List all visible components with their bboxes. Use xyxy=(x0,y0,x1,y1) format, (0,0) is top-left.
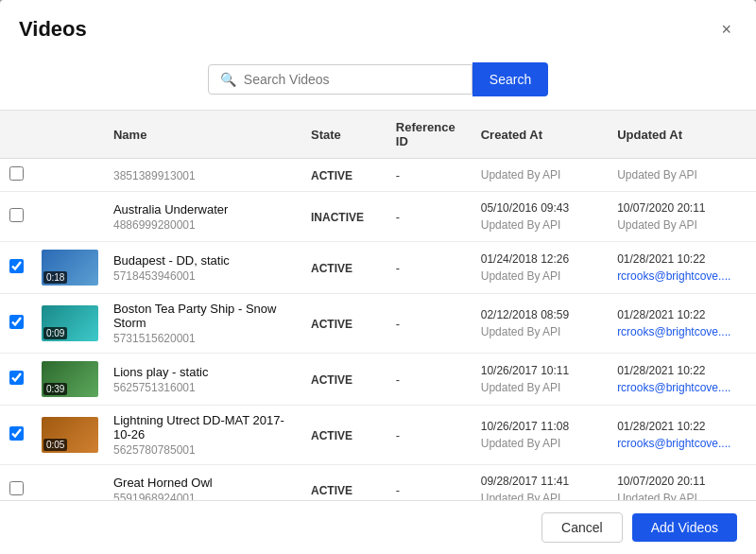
table-row: 3851389913001ACTIVE-Updated By APIUpdate… xyxy=(0,159,756,192)
row-state-cell: ACTIVE xyxy=(303,354,388,406)
table-container: Name State Reference ID Created At Updat… xyxy=(0,110,756,500)
row-updated-cell: 10/07/2020 20:11Updated By API xyxy=(610,192,756,242)
row-checkbox-cell xyxy=(0,294,34,354)
row-checkbox[interactable] xyxy=(9,208,24,222)
row-created-cell: 09/28/2017 11:41Updated By API xyxy=(473,465,610,501)
video-id: 5625780785001 xyxy=(113,443,296,457)
created-by: Updated By API xyxy=(481,166,602,183)
thumbnail-duration: 0:39 xyxy=(43,383,67,395)
updated-by: rcrooks@brightcove.... xyxy=(617,379,748,396)
row-state-cell: ACTIVE xyxy=(303,294,388,354)
video-name: Lions play - static xyxy=(113,365,296,379)
updated-by: Updated By API xyxy=(617,490,748,500)
modal-title: Videos xyxy=(19,17,87,42)
thumbnail-wrapper: 0:39 xyxy=(42,361,98,397)
row-ref-cell: - xyxy=(388,406,473,465)
created-by: Updated By API xyxy=(481,323,602,340)
created-by: Updated By API xyxy=(481,216,602,234)
state-badge: ACTIVE xyxy=(311,484,352,497)
created-date: 10/26/2017 11:08 xyxy=(481,418,602,435)
row-checkbox[interactable] xyxy=(9,166,24,181)
updated-by: rcrooks@brightcove.... xyxy=(617,435,748,452)
col-checkbox xyxy=(0,111,34,159)
row-state-cell: ACTIVE xyxy=(303,159,388,192)
row-created-cell: 10/26/2017 11:08Updated By API xyxy=(473,406,610,465)
thumbnail-wrapper: 0:05 xyxy=(42,417,98,453)
row-checkbox-cell xyxy=(0,465,34,501)
video-name: Great Horned Owl xyxy=(113,476,296,490)
row-thumbnail-cell xyxy=(34,159,106,192)
row-updated-cell: 10/07/2020 20:11Updated By API xyxy=(610,465,756,501)
search-icon: 🔍 xyxy=(220,72,236,87)
row-created-cell: Updated By API xyxy=(473,159,610,192)
cancel-button[interactable]: Cancel xyxy=(541,512,623,543)
row-checkbox[interactable] xyxy=(9,315,24,329)
video-id: 5625751316001 xyxy=(113,381,296,394)
table-row: 0:05Lightning Utrect DD-MAT 2017-10-2656… xyxy=(0,406,756,465)
created-date: 09/28/2017 11:41 xyxy=(481,473,602,490)
updated-by: rcrooks@brightcove.... xyxy=(617,268,748,285)
col-name-header: Name xyxy=(106,111,303,159)
row-checkbox[interactable] xyxy=(9,371,24,385)
video-name: Budapest - DD, static xyxy=(113,253,296,268)
row-thumbnail-cell: 0:05 xyxy=(34,406,106,465)
row-checkbox-cell xyxy=(0,354,34,406)
row-checkbox[interactable] xyxy=(9,481,24,495)
videos-table: Name State Reference ID Created At Updat… xyxy=(0,111,756,500)
table-row: 0:09Boston Tea Party Ship - Snow Storm57… xyxy=(0,294,756,354)
row-checkbox-cell xyxy=(0,159,34,192)
created-by: Updated By API xyxy=(481,379,602,396)
row-created-cell: 01/24/2018 12:26Updated By API xyxy=(473,242,610,294)
row-name-cell: Australia Underwater4886999280001 xyxy=(106,192,303,242)
row-thumbnail-cell xyxy=(34,192,106,242)
row-checkbox-cell xyxy=(0,406,34,465)
row-thumbnail-cell: 0:09 xyxy=(34,294,106,354)
updated-date: 10/07/2020 20:11 xyxy=(617,473,748,490)
updated-by: rcrooks@brightcove.... xyxy=(617,323,748,340)
row-updated-cell: 01/28/2021 10:22rcrooks@brightcove.... xyxy=(610,406,756,465)
state-badge: ACTIVE xyxy=(311,429,352,442)
search-button[interactable]: Search xyxy=(472,62,548,96)
thumbnail-duration: 0:05 xyxy=(43,439,67,451)
row-name-cell: Lightning Utrect DD-MAT 2017-10-26562578… xyxy=(106,406,303,465)
search-input[interactable] xyxy=(244,72,460,87)
row-name-cell: Great Horned Owl5591968924001 xyxy=(106,465,303,501)
close-button[interactable]: × xyxy=(715,18,737,42)
row-name-cell: Boston Tea Party Ship - Snow Storm573151… xyxy=(106,294,303,354)
thumbnail-duration: 0:09 xyxy=(43,327,67,339)
row-ref-cell: - xyxy=(388,354,473,406)
row-ref-cell: - xyxy=(388,242,473,294)
video-id: 5718453946001 xyxy=(113,269,296,283)
row-created-cell: 05/10/2016 09:43Updated By API xyxy=(473,192,610,242)
add-videos-button[interactable]: Add Videos xyxy=(632,513,737,542)
video-name: Lightning Utrect DD-MAT 2017-10-26 xyxy=(113,413,296,441)
modal-footer: Cancel Add Videos xyxy=(0,500,756,554)
table-row: 0:39Lions play - static5625751316001ACTI… xyxy=(0,354,756,406)
created-date: 05/10/2016 09:43 xyxy=(481,199,602,216)
video-id: 4886999280001 xyxy=(113,218,296,232)
state-badge: ACTIVE xyxy=(311,169,352,182)
row-thumbnail-cell: 0:18 xyxy=(34,242,106,294)
col-state-header: State xyxy=(303,111,388,159)
row-state-cell: ACTIVE xyxy=(303,465,388,501)
row-updated-cell: 01/28/2021 10:22rcrooks@brightcove.... xyxy=(610,294,756,354)
row-ref-cell: - xyxy=(388,465,473,501)
row-checkbox[interactable] xyxy=(9,426,24,441)
thumbnail-wrapper: 0:09 xyxy=(42,305,98,341)
thumbnail-duration: 0:18 xyxy=(43,271,67,284)
thumbnail-wrapper: 0:18 xyxy=(42,250,98,286)
created-date: 02/12/2018 08:59 xyxy=(481,306,602,323)
search-wrapper: 🔍 xyxy=(208,64,472,95)
row-updated-cell: 01/28/2021 10:22rcrooks@brightcove.... xyxy=(610,354,756,406)
updated-date: 01/28/2021 10:22 xyxy=(617,251,748,268)
row-checkbox[interactable] xyxy=(9,259,24,273)
row-updated-cell: Updated By API xyxy=(610,159,756,192)
row-state-cell: INACTIVE xyxy=(303,192,388,242)
row-created-cell: 02/12/2018 08:59Updated By API xyxy=(473,294,610,354)
table-header-row: Name State Reference ID Created At Updat… xyxy=(0,111,756,159)
row-checkbox-cell xyxy=(0,242,34,294)
created-date: 01/24/2018 12:26 xyxy=(481,251,602,268)
col-created-header: Created At xyxy=(473,111,610,159)
updated-date: 01/28/2021 10:22 xyxy=(617,306,748,323)
col-ref-header: Reference ID xyxy=(388,111,473,159)
